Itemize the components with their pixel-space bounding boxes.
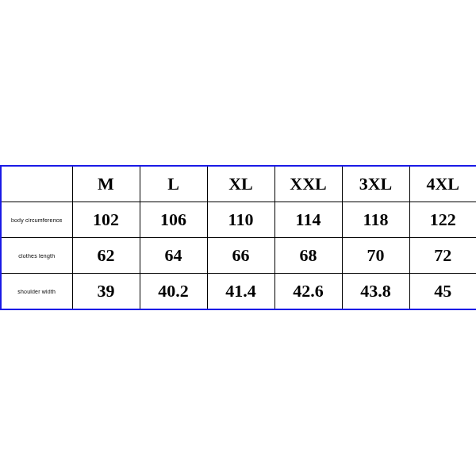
table-row: body circumference 102 106 110 114 118 1… <box>1 202 476 238</box>
table-row: clothes length 62 64 66 68 70 72 <box>1 238 476 274</box>
cell: 62 <box>72 238 140 274</box>
col-header: M <box>72 166 140 202</box>
cell: 41.4 <box>207 274 274 310</box>
cell: 106 <box>140 202 207 238</box>
cell: 42.6 <box>274 274 342 310</box>
cell: 72 <box>409 238 476 274</box>
cell: 70 <box>342 238 409 274</box>
size-chart-table: M L XL XXL 3XL 4XL body circumference 10… <box>0 165 476 310</box>
cell: 40.2 <box>140 274 207 310</box>
cell: 68 <box>274 238 342 274</box>
col-header: 4XL <box>409 166 476 202</box>
cell: 114 <box>274 202 342 238</box>
table-row: shoulder width 39 40.2 41.4 42.6 43.8 45 <box>1 274 476 310</box>
cell: 66 <box>207 238 274 274</box>
cell: 110 <box>207 202 274 238</box>
row-label: body circumference <box>1 202 72 238</box>
col-header: 3XL <box>342 166 409 202</box>
col-header: XXL <box>274 166 342 202</box>
row-label: clothes length <box>1 238 72 274</box>
size-chart-container: M L XL XXL 3XL 4XL body circumference 10… <box>0 165 476 310</box>
table-header-row: M L XL XXL 3XL 4XL <box>1 166 476 202</box>
cell: 45 <box>409 274 476 310</box>
cell: 102 <box>72 202 140 238</box>
cell: 64 <box>140 238 207 274</box>
cell: 122 <box>409 202 476 238</box>
header-corner-blank <box>1 166 72 202</box>
row-label: shoulder width <box>1 274 72 310</box>
cell: 43.8 <box>342 274 409 310</box>
col-header: L <box>140 166 207 202</box>
col-header: XL <box>207 166 274 202</box>
cell: 39 <box>72 274 140 310</box>
cell: 118 <box>342 202 409 238</box>
